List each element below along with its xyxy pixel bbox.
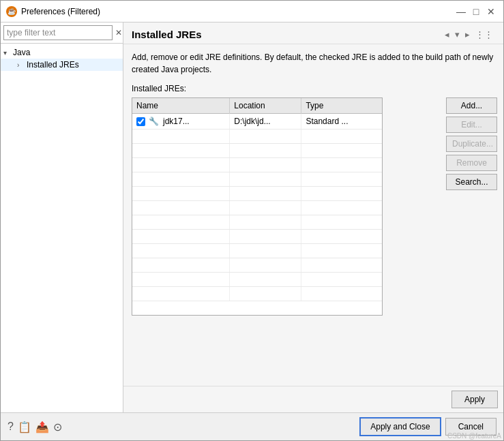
import-icon-button[interactable]: 📤	[35, 421, 49, 434]
table-row	[132, 244, 382, 258]
table-row	[132, 187, 382, 201]
panel-title: Installed JREs	[132, 29, 202, 40]
jre-name-cell: 🔧 jdk17...	[132, 114, 230, 130]
add-button[interactable]: Add...	[446, 97, 497, 114]
sidebar: ✕ ▾ Java › Installed JREs	[1, 22, 123, 412]
tree-item-java[interactable]: ▾ Java	[1, 46, 123, 59]
panel-apply-bar: Apply	[123, 386, 503, 412]
installed-jres-label: Installed JREs	[27, 60, 79, 70]
watermark: CSDN @featureA	[447, 432, 501, 440]
table-row[interactable]: 🔧 jdk17... D:\jdk\jd... Standard ...	[132, 114, 382, 130]
nav-forward-button[interactable]: ▸	[463, 28, 472, 41]
panel-body: Add, remove or edit JRE definitions. By …	[123, 44, 503, 386]
table-row	[132, 172, 382, 187]
edit-button[interactable]: Edit...	[446, 117, 497, 133]
table-header-row: Name Location Type	[132, 98, 382, 114]
window-controls: — □ ✕	[454, 5, 498, 18]
filter-input[interactable]	[3, 25, 113, 40]
bottom-bar: ? 📋 📤 ⊙ Apply and Close Cancel	[1, 412, 503, 440]
preferences-window: ☕ Preferences (Filtered) — □ ✕ ✕ ▾ Java …	[0, 0, 504, 441]
bottom-icons: ? 📋 📤 ⊙	[8, 421, 355, 434]
panel-description: Add, remove or edit JRE definitions. By …	[132, 51, 495, 76]
jre-table-container: Name Location Type	[132, 97, 383, 316]
jre-name: jdk17...	[163, 117, 190, 126]
filter-clear-button[interactable]: ✕	[115, 27, 122, 38]
jre-location-cell: D:\jdk\jd...	[230, 114, 301, 130]
table-row	[132, 258, 382, 273]
title-bar: ☕ Preferences (Filtered) — □ ✕	[1, 1, 503, 22]
export-icon-button[interactable]: 📋	[18, 421, 31, 434]
installed-jres-section-label: Installed JREs:	[132, 84, 495, 93]
table-row	[132, 230, 382, 244]
search-button[interactable]: Search...	[446, 174, 497, 190]
table-row	[132, 130, 382, 144]
side-buttons: Add... Edit... Duplicate... Remove Searc…	[441, 97, 495, 316]
table-row	[132, 201, 382, 215]
duplicate-button[interactable]: Duplicate...	[446, 136, 497, 152]
close-button[interactable]: ✕	[484, 5, 498, 18]
jre-checkbox[interactable]	[136, 117, 145, 126]
panel-apply-button[interactable]: Apply	[451, 391, 498, 408]
col-location: Location	[230, 98, 301, 114]
main-content: ✕ ▾ Java › Installed JREs Installed JREs…	[1, 22, 503, 412]
panel-header: Installed JREs ◂ ▾ ▸ ⋮⋮	[123, 22, 503, 44]
col-type: Type	[301, 98, 382, 114]
java-expand-icon: ▾	[3, 49, 13, 57]
nav-icons: ◂ ▾ ▸ ⋮⋮	[443, 28, 495, 41]
tree-item-installed-jres[interactable]: › Installed JREs	[1, 59, 123, 71]
installed-jres-expand-icon: ›	[17, 61, 27, 69]
table-row	[132, 215, 382, 230]
col-name: Name	[132, 98, 230, 114]
jre-table-area: Name Location Type	[132, 97, 441, 316]
jre-table: Name Location Type	[132, 98, 382, 301]
table-row	[132, 158, 382, 172]
jre-icon: 🔧	[148, 116, 159, 127]
tree-area: ▾ Java › Installed JREs	[1, 44, 123, 412]
remove-button[interactable]: Remove	[446, 155, 497, 171]
apply-and-close-button[interactable]: Apply and Close	[359, 417, 441, 436]
filter-bar: ✕	[1, 22, 123, 44]
table-row	[132, 144, 382, 158]
help-icon-button[interactable]: ?	[8, 421, 14, 434]
table-row	[132, 287, 382, 301]
minimize-button[interactable]: —	[454, 5, 468, 18]
nav-more-button[interactable]: ⋮⋮	[473, 28, 495, 41]
nav-back-button[interactable]: ◂	[443, 28, 451, 41]
java-label: Java	[13, 48, 30, 57]
table-row	[132, 273, 382, 287]
app-icon: ☕	[6, 6, 17, 17]
panel-main-area: Name Location Type	[132, 97, 495, 316]
window-title: Preferences (Filtered)	[21, 7, 454, 16]
config-icon-button[interactable]: ⊙	[53, 421, 62, 434]
maximize-button[interactable]: □	[469, 5, 483, 18]
right-panel: Installed JREs ◂ ▾ ▸ ⋮⋮ Add, remove or e…	[123, 22, 503, 412]
jre-type-cell: Standard ...	[301, 114, 382, 130]
nav-back-dropdown-button[interactable]: ▾	[453, 28, 462, 41]
